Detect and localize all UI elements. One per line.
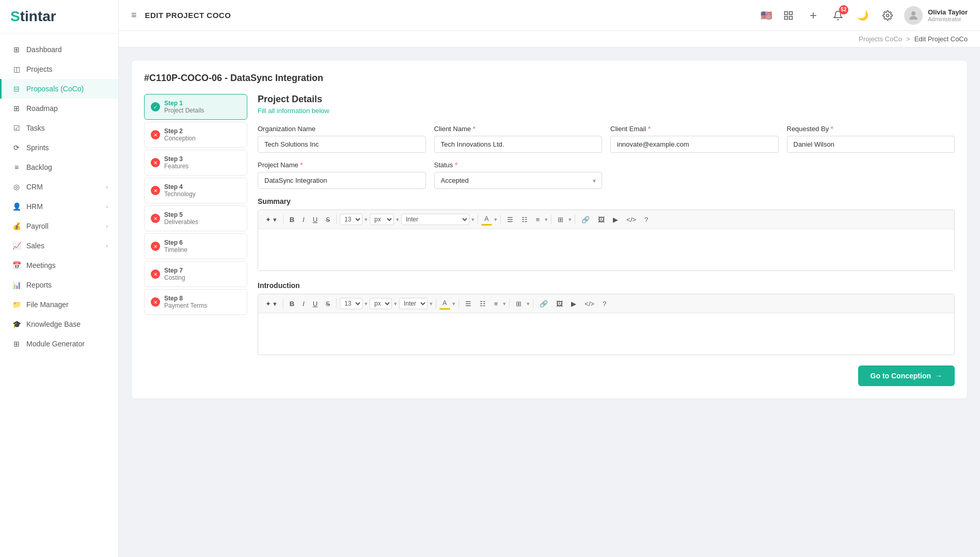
sidebar-item-hrm[interactable]: 👤 HRM ›: [0, 197, 118, 216]
toolbar2-table[interactable]: ⊞: [513, 298, 525, 309]
toolbar2-code[interactable]: </>: [581, 298, 597, 309]
introduction-editor-body[interactable]: [258, 313, 954, 355]
sidebar-item-proposals[interactable]: ⊟ Proposals (CoCo): [0, 79, 118, 99]
toolbar2-italic[interactable]: I: [299, 298, 308, 309]
font-family-select[interactable]: InterArialTimes New Roman: [401, 214, 469, 225]
font-unit-select-2[interactable]: pxpt: [370, 298, 392, 309]
payroll-icon: 💰: [12, 221, 21, 231]
toolbar-strikethrough[interactable]: S̶: [323, 214, 333, 225]
step-7-text: Step 7 Costing: [164, 267, 185, 281]
breadcrumb-parent[interactable]: Projects CoCo: [859, 35, 902, 43]
toolbar2-video[interactable]: ▶: [568, 298, 579, 309]
sidebar-item-roadmap[interactable]: ⊞ Roadmap: [0, 99, 118, 118]
client-email-label: Client Email *: [610, 125, 779, 133]
step-5[interactable]: ✕ Step 5 Deliverables: [144, 205, 247, 231]
client-name-input[interactable]: [434, 136, 603, 153]
roadmap-icon: ⊞: [12, 104, 21, 113]
sidebar-nav: ⊞ Dashboard ◫ Projects ⊟ Proposals (CoCo…: [0, 34, 118, 360]
step-1[interactable]: ✓ Step 1 Project Details: [144, 94, 247, 120]
toolbar2-ol[interactable]: ☷: [477, 298, 489, 309]
sidebar-item-reports[interactable]: 📊 Reports: [0, 275, 118, 295]
introduction-section: Introduction ✦ ▾ B I U S̶: [258, 281, 955, 355]
notification-bell[interactable]: 52: [830, 7, 846, 24]
step-8-icon: ✕: [151, 297, 160, 307]
flag-icon[interactable]: 🇺🇸: [761, 10, 772, 21]
user-info[interactable]: Olivia Taylor Administrator: [904, 6, 968, 25]
sidebar-item-knowledge-base[interactable]: 🎓 Knowledge Base: [0, 314, 118, 334]
dashboard-icon: ⊞: [12, 45, 21, 54]
font-size-select[interactable]: 1311141618: [340, 214, 362, 225]
toolbar-help[interactable]: ?: [641, 214, 651, 225]
font-family-select-2[interactable]: InterArial: [399, 298, 428, 309]
org-name-input[interactable]: [258, 136, 426, 153]
sidebar-item-backlog[interactable]: ≡ Backlog: [0, 157, 118, 177]
step-8-text: Step 8 Payment Terms: [164, 295, 207, 309]
requested-by-input[interactable]: [787, 136, 955, 153]
moon-icon[interactable]: 🌙: [855, 7, 871, 24]
client-email-input[interactable]: [610, 136, 779, 153]
settings-icon[interactable]: [879, 7, 896, 24]
toolbar-code[interactable]: </>: [623, 214, 639, 225]
toolbar-font-color[interactable]: A: [481, 213, 492, 226]
step-7[interactable]: ✕ Step 7 Costing: [144, 261, 247, 287]
step-8[interactable]: ✕ Step 8 Payment Terms: [144, 289, 247, 315]
summary-label: Summary: [258, 197, 955, 205]
toolbar-table[interactable]: ⊞: [555, 214, 566, 225]
sidebar-item-tasks[interactable]: ☑ Tasks: [0, 118, 118, 138]
font-unit-select[interactable]: pxptem: [370, 214, 394, 225]
toolbar2-help[interactable]: ?: [599, 298, 609, 309]
step-4-icon: ✕: [151, 186, 160, 195]
sidebar-item-crm[interactable]: ◎ CRM ›: [0, 177, 118, 197]
sidebar-item-projects[interactable]: ◫ Projects: [0, 59, 118, 79]
toolbar-bold[interactable]: B: [287, 214, 297, 225]
project-name-input[interactable]: [258, 172, 426, 189]
toolbar2-image[interactable]: 🖼: [553, 298, 566, 309]
toolbar2-bold[interactable]: B: [287, 298, 297, 309]
apps-icon[interactable]: [780, 7, 797, 24]
sidebar-item-sales[interactable]: 📈 Sales ›: [0, 236, 118, 256]
sidebar-item-meetings[interactable]: 📅 Meetings: [0, 256, 118, 275]
toolbar-align[interactable]: ≡: [533, 214, 543, 225]
toolbar-underline[interactable]: U: [310, 214, 321, 225]
toolbar-magic[interactable]: ✦ ▾: [262, 214, 280, 225]
sidebar-item-payroll[interactable]: 💰 Payroll ›: [0, 216, 118, 236]
summary-editor-body[interactable]: [258, 229, 954, 270]
sidebar-item-sprints[interactable]: ⟳ Sprints: [0, 138, 118, 157]
toolbar-ol[interactable]: ☷: [518, 214, 531, 225]
topbar: ≡ EDIT PROJECT COCO 🇺🇸 52 🌙: [119, 0, 980, 31]
hamburger-menu[interactable]: ≡: [131, 10, 137, 21]
plus-icon[interactable]: [805, 7, 821, 24]
sidebar-label-reports: Reports: [26, 281, 108, 289]
sidebar-item-dashboard[interactable]: ⊞ Dashboard: [0, 40, 118, 59]
toolbar-italic[interactable]: I: [299, 214, 308, 225]
sales-icon: 📈: [12, 241, 21, 250]
step-4-text: Step 4 Technology: [164, 183, 196, 198]
toolbar-link[interactable]: 🔗: [578, 214, 593, 225]
toolbar2-magic[interactable]: ✦ ▾: [262, 298, 280, 309]
client-name-group: Client Name *: [434, 125, 603, 153]
toolbar2-ul[interactable]: ☰: [462, 298, 475, 309]
sidebar-item-module-generator[interactable]: ⊞ Module Generator: [0, 334, 118, 354]
sidebar-label-roadmap: Roadmap: [26, 104, 108, 113]
toolbar-image[interactable]: 🖼: [595, 214, 608, 225]
step-2[interactable]: ✕ Step 2 Conception: [144, 122, 247, 148]
step-5-sublabel: Deliverables: [164, 218, 198, 226]
font-size-select-2[interactable]: 131114: [340, 298, 362, 309]
step-1-sublabel: Project Details: [164, 107, 204, 114]
go-to-conception-button[interactable]: Go to Conception →: [858, 365, 955, 386]
sidebar: Stintar ⊞ Dashboard ◫ Projects ⊟ Proposa…: [0, 0, 119, 557]
step-3[interactable]: ✕ Step 3 Features: [144, 150, 247, 176]
step-6[interactable]: ✕ Step 6 Timeline: [144, 233, 247, 259]
toolbar2-underline[interactable]: U: [310, 298, 321, 309]
toolbar-video[interactable]: ▶: [610, 214, 621, 225]
toolbar-ul[interactable]: ☰: [504, 214, 516, 225]
toolbar2-link[interactable]: 🔗: [536, 298, 551, 309]
toolbar2-strikethrough[interactable]: S̶: [323, 298, 333, 309]
status-select[interactable]: Accepted Pending Rejected In Progress: [434, 172, 603, 189]
sidebar-item-file-manager[interactable]: 📁 File Manager: [0, 295, 118, 314]
toolbar2-font-color[interactable]: A: [439, 297, 450, 310]
form-row-1: Organization Name Client Name * Client E…: [258, 125, 955, 153]
step-4[interactable]: ✕ Step 4 Technology: [144, 178, 247, 203]
org-name-label: Organization Name: [258, 125, 426, 133]
toolbar2-align[interactable]: ≡: [491, 298, 501, 309]
